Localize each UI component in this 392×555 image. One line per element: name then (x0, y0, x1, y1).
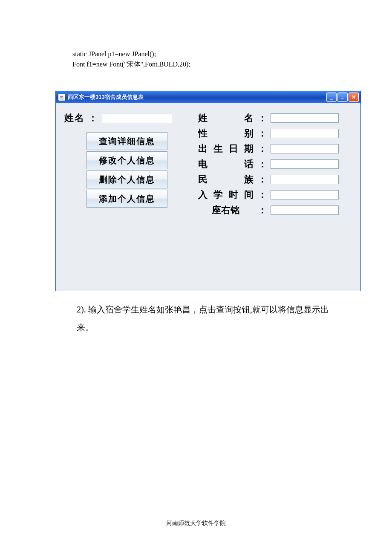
phone-field[interactable] (271, 159, 339, 169)
field-label-birth: 出生日期 (198, 142, 254, 155)
birth-field[interactable] (271, 144, 339, 153)
window-body: 姓名 ： 查询详细信息 修改个人信息 删除个人信息 添加个人信息 姓 名 ： (56, 103, 360, 291)
field-label-motto: 座右铭 (198, 204, 254, 217)
description-paragraph: 2). 输入宿舍学生姓名如张艳昌，点击查询按钮,就可以将信息显示出来。 (77, 301, 341, 336)
colon-icon: ： (258, 188, 267, 201)
close-button[interactable]: ✕ (349, 92, 359, 102)
field-label-phone: 电 话 (198, 158, 254, 171)
page-footer: 河南师范大学软件学院 (51, 520, 341, 544)
colon-icon: ： (258, 173, 267, 186)
colon-icon: ： (258, 112, 267, 124)
modify-button[interactable]: 修改个人信息 (86, 151, 167, 169)
maximize-button[interactable]: □ (337, 92, 348, 102)
java-coffee-icon: ☕ (58, 94, 65, 101)
search-name-label: 姓名 ： (64, 112, 98, 124)
titlebar[interactable]: ☕ 西区东一楼313宿舍成员信息表 _ □ ✕ (56, 91, 360, 103)
minimize-button[interactable]: _ (326, 92, 337, 102)
colon-icon: ： (258, 204, 267, 217)
code-line-1: static JPanel p1=new JPanel(); (72, 49, 341, 59)
window-title: 西区东一楼313宿舍成员信息表 (68, 93, 324, 101)
query-button[interactable]: 查询详细信息 (86, 132, 167, 150)
code-line-2: Font f1=new Font("宋体",Font.BOLD,20); (72, 59, 341, 69)
enroll-field[interactable] (271, 190, 339, 199)
name-field[interactable] (271, 113, 339, 123)
colon-icon: ： (258, 127, 267, 140)
field-label-name: 姓 名 (198, 112, 254, 124)
left-panel: 姓名 ： 查询详细信息 修改个人信息 删除个人信息 添加个人信息 (62, 112, 181, 291)
nation-field[interactable] (271, 175, 339, 184)
code-snippet: static JPanel p1=new JPanel(); Font f1=n… (72, 49, 341, 69)
delete-button[interactable]: 删除个人信息 (86, 171, 167, 188)
motto-field[interactable] (271, 205, 339, 215)
field-label-nation: 民 族 (198, 173, 254, 186)
field-label-enroll: 入学时间 (198, 188, 254, 201)
field-label-gender: 性 别 (198, 127, 254, 140)
gender-field[interactable] (271, 129, 339, 138)
right-panel: 姓 名 ： 性 别 ： 出生日期 ： 电 话 ： (198, 112, 355, 291)
search-name-input[interactable] (102, 113, 172, 123)
colon-icon: ： (258, 142, 267, 155)
app-window: ☕ 西区东一楼313宿舍成员信息表 _ □ ✕ 姓名 ： 查询详细信息 修改个人… (55, 91, 361, 291)
colon-icon: ： (258, 158, 267, 171)
add-button[interactable]: 添加个人信息 (86, 190, 167, 208)
